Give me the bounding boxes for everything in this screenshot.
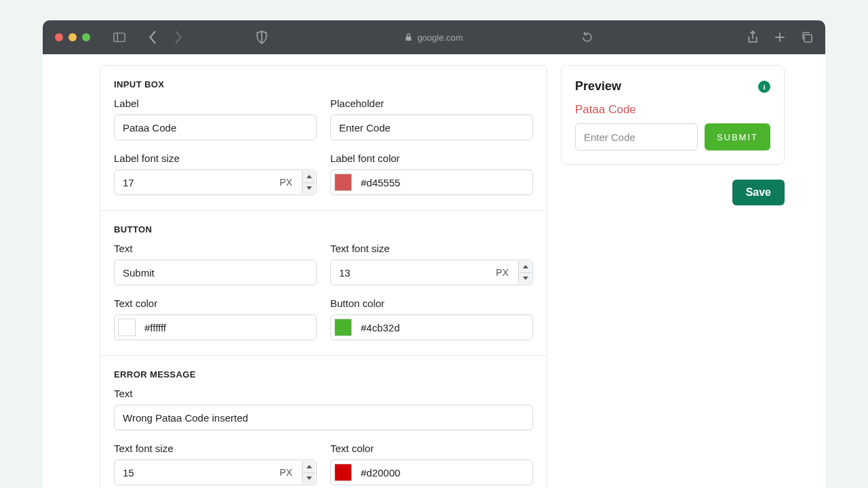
minimize-window-button[interactable] [68,33,77,41]
privacy-shield-icon[interactable] [256,31,268,43]
preview-submit-button[interactable]: SUBMIT [705,123,770,150]
reload-button-icon[interactable] [581,31,593,43]
svg-marker-11 [307,465,312,468]
info-icon[interactable]: i [758,81,770,93]
url-text: google.com [417,33,462,43]
maximize-window-button[interactable] [82,33,90,41]
share-icon[interactable] [747,31,759,43]
color-swatch[interactable] [334,174,352,191]
tabs-overview-icon[interactable] [801,31,813,43]
label-font-color-input[interactable] [330,169,533,195]
button-text-label: Text [114,243,317,254]
svg-marker-12 [307,476,312,480]
input-box-title: INPUT BOX [114,79,533,89]
sidebar-toggle-icon[interactable] [113,31,125,43]
placeholder-input[interactable] [330,115,533,140]
svg-rect-0 [114,33,125,42]
svg-marker-10 [523,277,528,280]
color-swatch[interactable] [334,464,352,481]
error-text-label: Text [114,388,533,399]
address-bar[interactable]: google.com [405,33,462,43]
error-font-size-label: Text font size [114,443,317,454]
svg-marker-9 [523,265,528,268]
label-input[interactable] [114,115,317,140]
preview-label: Pataa Code [575,103,770,117]
window-controls [55,33,90,41]
error-section: ERROR MESSAGE Text Text font size PX [100,356,547,488]
stepper-down-icon[interactable] [519,273,532,285]
error-text-input[interactable] [114,405,533,430]
color-swatch[interactable] [334,319,352,336]
text-color-label: Text color [114,298,317,309]
button-text-input[interactable] [114,260,317,285]
px-unit: PX [279,467,292,478]
svg-rect-3 [406,37,411,41]
label-font-color-label: Label font color [330,152,533,164]
text-color-input[interactable] [114,314,317,340]
button-section: BUTTON Text Text font size PX [100,211,547,356]
color-swatch[interactable] [118,319,136,336]
close-window-button[interactable] [55,33,63,41]
px-unit: PX [279,177,292,188]
save-button[interactable]: Save [732,180,785,205]
label-font-size-label: Label font size [114,152,317,164]
stepper-up-icon[interactable] [519,261,532,273]
svg-rect-6 [804,35,812,42]
px-unit: PX [496,267,509,278]
preview-input[interactable]: Enter Code [575,123,698,150]
svg-marker-8 [307,186,312,190]
preview-title: Preview [575,79,621,94]
error-color-input[interactable] [330,460,533,485]
new-tab-icon[interactable] [774,31,786,43]
button-section-title: BUTTON [114,224,533,235]
svg-marker-7 [307,175,312,178]
forward-button-icon[interactable] [172,31,184,43]
stepper-down-icon[interactable] [302,183,315,195]
button-color-input[interactable] [330,314,533,340]
placeholder-field-label: Placeholder [330,98,533,109]
error-section-title: ERROR MESSAGE [114,369,533,380]
browser-titlebar: google.com [43,20,825,54]
stepper-down-icon[interactable] [302,473,315,485]
input-box-section: INPUT BOX Label Placeholder Label font s… [100,66,547,211]
stepper-up-icon[interactable] [302,461,315,473]
button-color-label: Button color [330,298,533,309]
error-color-label: Text color [330,443,533,454]
label-field-label: Label [114,98,317,109]
preview-card: Preview i Pataa Code Enter Code SUBMIT [561,65,785,165]
button-font-size-label: Text font size [330,243,533,254]
back-button-icon[interactable] [147,31,159,43]
stepper-up-icon[interactable] [302,171,315,183]
